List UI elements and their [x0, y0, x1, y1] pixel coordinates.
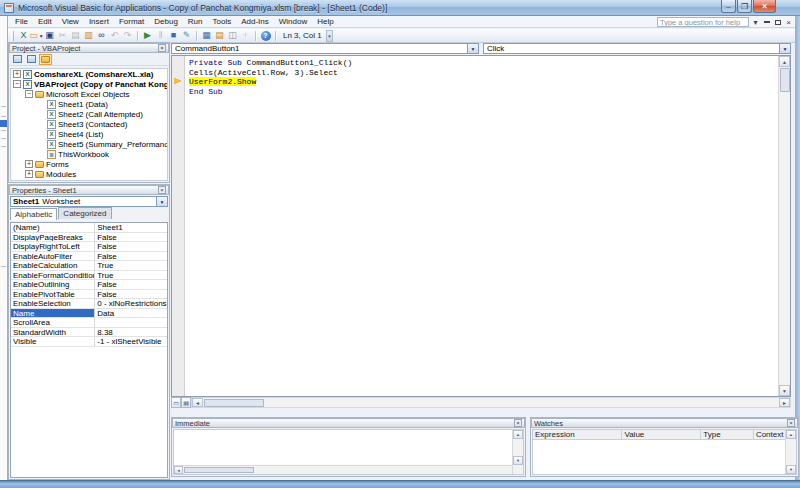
object-selector-combo[interactable]: Sheet1 Worksheet ▼	[10, 196, 168, 207]
scroll-left-icon[interactable]: ◄	[174, 466, 183, 474]
scroll-thumb[interactable]	[780, 68, 790, 92]
project-panel-header[interactable]: Project - VBAProject ×	[9, 43, 169, 53]
full-module-view-button[interactable]: ▤	[181, 397, 191, 408]
watches-header[interactable]: Watches ×	[531, 418, 798, 428]
toolbar-options-icon[interactable]: ▾	[751, 18, 760, 27]
code-window[interactable]: Private Sub CommandButton1_Click()Cells(…	[171, 55, 791, 397]
menu-item-tools[interactable]: Tools	[208, 16, 237, 27]
property-row[interactable]: (Name)Sheet1	[11, 223, 167, 233]
property-row[interactable]: EnableFormatConditionsCalcuTrue	[11, 271, 167, 281]
property-value[interactable]: False	[95, 252, 167, 261]
view-code-button[interactable]	[11, 54, 24, 65]
watches-column-value[interactable]: Value	[622, 430, 701, 439]
menu-item-file[interactable]: File	[10, 16, 33, 27]
property-row[interactable]: DisplayPageBreaksFalse	[11, 233, 167, 243]
tree-item-sheet1[interactable]: XSheet1 (Data)	[11, 99, 167, 109]
maximize-button[interactable]: ❒	[737, 0, 752, 13]
scroll-down-icon[interactable]: ▼	[786, 465, 796, 474]
procedure-dropdown[interactable]: Click ▼	[483, 43, 791, 54]
scroll-left-icon[interactable]: ◄	[192, 398, 203, 407]
watches-close-icon[interactable]: ×	[787, 419, 795, 427]
project-panel-close-icon[interactable]: ×	[158, 44, 166, 52]
expand-icon[interactable]: +	[13, 70, 21, 78]
project-explorer-button[interactable]: ▦	[200, 30, 213, 42]
toolbar-overflow-button[interactable]: ▾	[326, 30, 333, 42]
menu-item-edit[interactable]: Edit	[33, 16, 57, 27]
property-value[interactable]: False	[95, 280, 167, 289]
property-value[interactable]: Data	[95, 309, 167, 318]
property-row[interactable]: EnableSelection0 - xlNoRestrictions	[11, 299, 167, 309]
view-object-button[interactable]	[25, 54, 38, 65]
toolbar-grip[interactable]	[11, 31, 14, 41]
scroll-up-icon[interactable]: ▲	[513, 430, 523, 439]
expand-icon[interactable]: +	[25, 170, 33, 178]
property-row[interactable]: ScrollArea	[11, 318, 167, 328]
tree-item-sheet4[interactable]: XSheet4 (List)	[11, 129, 167, 139]
run-button[interactable]: ▶	[141, 30, 154, 42]
properties-panel-header[interactable]: Properties - Sheet1 ×	[9, 185, 169, 195]
child-close-button[interactable]: ×	[784, 18, 793, 27]
property-row[interactable]: EnableOutliningFalse	[11, 280, 167, 290]
menu-item-window[interactable]: Window	[274, 16, 312, 27]
code-line[interactable]: Cells(ActiveCell.Row, 3).Select	[189, 68, 776, 78]
chevron-down-icon[interactable]: ▼	[467, 44, 478, 53]
tree-item-sheet5[interactable]: XSheet5 (Summary_Preformance)	[11, 139, 167, 149]
property-value[interactable]: True	[95, 271, 167, 280]
tree-item-vbaproject[interactable]: −XVBAProject (Copy of Panchat Kongmiya.x…	[11, 79, 167, 89]
tab-categorized[interactable]: Categorized	[58, 207, 111, 219]
design-mode-button[interactable]: ✎	[180, 30, 193, 42]
close-button[interactable]: ✕	[753, 0, 776, 13]
property-row[interactable]: Visible-1 - xlSheetVisible	[11, 337, 167, 347]
scroll-down-icon[interactable]: ▼	[779, 385, 790, 396]
menu-item-insert[interactable]: Insert	[84, 16, 114, 27]
tree-item-forms[interactable]: +Forms	[11, 159, 167, 169]
property-row[interactable]: NameData	[11, 309, 167, 319]
property-row[interactable]: StandardWidth8.38	[11, 328, 167, 338]
property-value[interactable]: True	[95, 261, 167, 270]
property-value[interactable]: False	[95, 233, 167, 242]
properties-panel-close-icon[interactable]: ×	[158, 186, 166, 194]
immediate-horizontal-scrollbar[interactable]: ◄	[174, 465, 512, 474]
child-minimize-button[interactable]	[762, 18, 771, 27]
scroll-right-icon[interactable]: ►	[779, 398, 790, 407]
code-horizontal-scrollbar[interactable]: ◄ ►	[191, 397, 791, 408]
code-line[interactable]: Private Sub CommandButton1_Click()	[189, 58, 776, 68]
object-browser-button[interactable]: ◫	[226, 30, 239, 42]
paste-button[interactable]: ▥	[82, 30, 95, 42]
immediate-vertical-scrollbar[interactable]: ▲ ▼	[512, 430, 523, 474]
tree-item-sheet2[interactable]: XSheet2 (Call Attempted)	[11, 109, 167, 119]
scroll-up-icon[interactable]: ▲	[779, 56, 790, 67]
tree-item-thisworkbook[interactable]: ≣ThisWorkbook	[11, 149, 167, 159]
object-dropdown[interactable]: CommandButton1 ▼	[171, 43, 479, 54]
code-line[interactable]: End Sub	[189, 87, 776, 97]
menu-item-addins[interactable]: Add-Ins	[236, 16, 274, 27]
help-button[interactable]: ?	[259, 30, 272, 42]
property-row[interactable]: EnableAutoFilterFalse	[11, 252, 167, 262]
procedure-view-button[interactable]: ▭	[171, 397, 181, 408]
scroll-up-icon[interactable]: ▲	[786, 430, 796, 439]
watches-body[interactable]: ExpressionValueTypeContext ▲ ▼	[532, 429, 797, 475]
property-row[interactable]: EnableCalculationTrue	[11, 261, 167, 271]
immediate-body[interactable]: ▲ ▼ ◄	[173, 429, 524, 475]
reset-button[interactable]: ■	[167, 30, 180, 42]
immediate-close-icon[interactable]: ×	[514, 419, 522, 427]
property-value[interactable]	[95, 318, 167, 327]
watches-vertical-scrollbar[interactable]: ▲ ▼	[785, 430, 796, 474]
menu-item-help[interactable]: Help	[312, 16, 338, 27]
insert-userform-button[interactable]: ▭▼	[30, 30, 43, 42]
property-value[interactable]: Sheet1	[95, 223, 167, 232]
property-value[interactable]: 0 - xlNoRestrictions	[95, 299, 167, 308]
properties-window-button[interactable]: ▤	[213, 30, 226, 42]
menu-item-view[interactable]: View	[57, 16, 84, 27]
find-button[interactable]: ∞	[95, 30, 108, 42]
property-value[interactable]: False	[95, 290, 167, 299]
property-value[interactable]: 8.38	[95, 328, 167, 337]
tree-item-microsoft[interactable]: −Microsoft Excel Objects	[11, 89, 167, 99]
collapse-icon[interactable]: −	[25, 90, 33, 98]
property-value[interactable]: -1 - xlSheetVisible	[95, 337, 167, 346]
property-row[interactable]: EnablePivotTableFalse	[11, 290, 167, 300]
menu-item-run[interactable]: Run	[183, 16, 208, 27]
code-line[interactable]: UserForm2.Show	[189, 77, 776, 87]
code-vertical-scrollbar[interactable]: ▲ ▼	[778, 56, 790, 396]
code-editor-text[interactable]: Private Sub CommandButton1_Click()Cells(…	[189, 58, 776, 96]
